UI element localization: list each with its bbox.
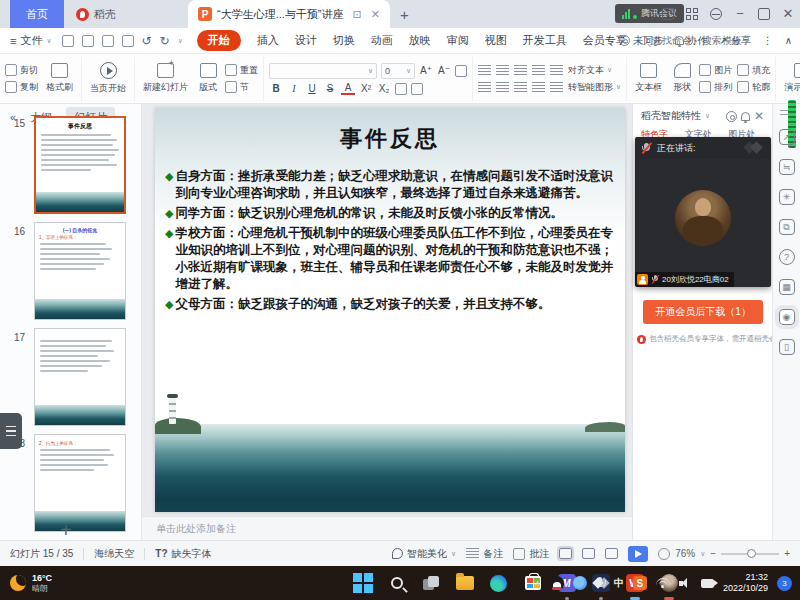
pin-tab-icon[interactable]: ⊡ [353,8,362,21]
notification-badge[interactable]: 3 [777,576,792,591]
textbox-button[interactable]: 文本框 [632,63,665,94]
customize-quick-access-icon[interactable]: ∨ [178,37,183,45]
layout-button[interactable]: 版式 [196,63,220,94]
theme-name[interactable]: 海绵天空 [84,547,144,561]
format-painter-button[interactable]: 格式刷 [43,63,76,94]
close-button[interactable]: ✕ [782,8,794,20]
cut-button[interactable]: 剪切 [5,64,38,77]
slide-bullet[interactable]: ◆同学方面：缺乏识别心理危机的常识，未能及时反馈小张的反常情况。 [165,205,613,222]
align-center-icon[interactable] [496,82,509,93]
taskbar-search-button[interactable] [386,573,407,594]
underline-button[interactable]: U [305,83,319,94]
slide-body[interactable]: ◆自身方面：挫折承受能力差；缺乏心理求助意识，在情感问题引发不适时没意识到向专业… [155,154,625,313]
italic-button[interactable]: I [287,83,301,94]
font-name-select[interactable]: ∨ [269,63,377,79]
tab-view[interactable]: 视图 [485,33,507,48]
task-view-button[interactable] [420,573,441,594]
zoom-slider-knob[interactable] [747,549,756,558]
output-icon[interactable] [82,35,94,47]
meeting-video-area[interactable]: 20刘欣悦22电商02 [635,159,771,287]
share-button[interactable]: ↗分享 [719,34,750,48]
new-slide-button[interactable]: 新建幻灯片 [140,63,191,94]
tab-review[interactable]: 审阅 [447,33,469,48]
zoom-in-button[interactable]: + [784,548,790,559]
close-tab-icon[interactable]: ✕ [371,8,380,21]
fit-slide-icon[interactable] [658,548,670,560]
file-explorer-button[interactable] [454,573,475,594]
zoom-slider[interactable] [721,553,779,555]
line-spacing-icon[interactable] [550,65,563,76]
more-menu-icon[interactable]: ⋮ [763,35,773,46]
hidden-icons-chevron[interactable]: ∧ [534,578,541,588]
new-tab-button[interactable]: + [400,6,409,23]
tab-insert[interactable]: 插入 [257,33,279,48]
sliders-icon[interactable]: ≒ [779,159,795,175]
microphone-tray-icon[interactable] [596,577,605,590]
tab-slideshow[interactable]: 放映 [409,33,431,48]
zoom-out-button[interactable]: − [710,548,716,559]
slide-navigator-handle[interactable] [0,413,22,449]
highlight-icon[interactable] [411,83,423,95]
print-icon[interactable] [102,35,114,47]
browser-tray-icon[interactable] [573,576,587,590]
justify-icon[interactable] [532,82,545,93]
font-size-select[interactable]: 0∨ [381,63,415,79]
home-tab[interactable]: 首页 [10,0,64,28]
tab-animation[interactable]: 动画 [371,33,393,48]
rocket-icon[interactable]: ↗ [779,129,795,145]
add-slide-button[interactable]: + [60,519,72,542]
minimize-button[interactable]: − [734,8,746,20]
weather-widget[interactable]: 16°C晴朗 [0,573,52,594]
start-from-current-button[interactable]: 当页开始 [87,62,129,95]
align-left-icon[interactable] [478,82,491,93]
sogou-input-icon[interactable]: S [633,576,647,590]
location-pin-icon[interactable]: ◉ [779,309,795,325]
shapes-button[interactable]: 形状 [670,63,694,94]
superscript-button[interactable]: X² [359,83,373,94]
undo-icon[interactable]: ↺ [142,34,152,48]
tab-devtools[interactable]: 开发工具 [523,33,567,48]
present-tools-button[interactable]: 演示工具 [781,63,800,94]
align-right-icon[interactable] [514,82,527,93]
speaker-icon[interactable] [679,578,692,589]
arrange-button[interactable]: 排列 [699,81,732,94]
collaborate-button[interactable]: 协作 [675,34,707,48]
edge-browser-button[interactable] [488,573,509,594]
reset-button[interactable]: 重置 [225,64,258,77]
notes-button[interactable]: 备注 [466,547,503,561]
slide-bullet[interactable]: ◆自身方面：挫折承受能力差；缺乏心理求助意识，在情感问题引发不适时没意识到向专业… [165,168,613,202]
docer-tab[interactable]: 稻壳 [64,0,128,28]
file-menu[interactable]: ≡ 文件 ∨ [10,33,52,48]
collapse-ribbon-icon[interactable]: ∧ [785,35,792,46]
bullets-icon[interactable] [478,65,491,76]
missing-font-warning[interactable]: T?缺失字体 [145,547,221,561]
chevron-down-icon[interactable]: ∨ [705,112,710,120]
taskbar-clock[interactable]: 21:32 2022/10/29 [723,572,768,595]
image-edit-icon[interactable]: ▦ [779,279,795,295]
align-text-button[interactable]: 对齐文本∨ [568,64,612,77]
workspace-grid-icon[interactable] [686,8,698,20]
fill-button[interactable]: 填充 [737,64,770,77]
slide-title[interactable]: 事件反思 [155,124,625,154]
member-download-button[interactable]: 开通会员后下载（1） [643,300,763,324]
current-slide[interactable]: 事件反思 ◆自身方面：挫折承受能力差；缺乏心理求助意识，在情感问题引发不适时没意… [155,108,625,512]
clear-format-icon[interactable] [455,65,467,77]
slide-sorter-view-button[interactable] [582,548,595,559]
slide-thumbnail-15[interactable]: 事件反思 [34,116,126,214]
document-tab[interactable]: P “大学生心理...与干预”讲座 ⊡ ✕ [188,0,390,28]
sync-status[interactable]: 未同步 [619,34,663,48]
start-button[interactable] [352,573,373,594]
decrease-indent-icon[interactable] [514,65,527,76]
convert-smartart-button[interactable]: 转智能图形∨ [568,81,621,94]
preview-icon[interactable] [122,35,134,47]
close-pane-icon[interactable]: ✕ [754,109,764,123]
slide-thumbnail-17[interactable] [34,328,126,426]
tab-home[interactable]: 开始 [197,30,241,51]
slide-bullet[interactable]: ◆学校方面：心理危机干预机制中的班级心理委员队伍工作不到位，心理委员在专业知识的… [165,225,613,293]
picture-button[interactable]: 图片 [699,64,732,77]
increase-font-icon[interactable]: A⁺ [419,65,433,76]
distribute-icon[interactable] [550,82,563,93]
subscript-button[interactable]: X₂ [377,83,391,94]
redo-icon[interactable]: ↻ [160,34,170,48]
notes-bar[interactable]: 单击此处添加备注 [142,516,632,540]
